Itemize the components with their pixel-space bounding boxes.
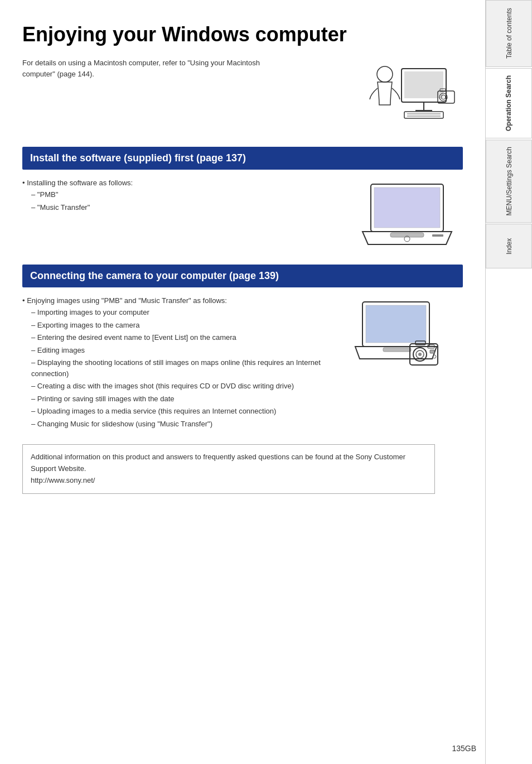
info-box-text: Additional information on this product a… xyxy=(31,453,405,484)
section2-sub-list: Importing images to your computer Export… xyxy=(22,307,340,429)
section1-sub-list: "PMB" "Music Transfer" xyxy=(22,189,340,213)
svg-rect-14 xyxy=(390,233,424,237)
section2-sub-item-3: Editing images xyxy=(31,345,340,356)
intro-section: For details on using a Macintosh compute… xyxy=(22,57,463,141)
section1-bullets: Installing the software as follows: "PMB… xyxy=(22,179,340,213)
laptop-camera-svg xyxy=(354,296,460,386)
laptop-illustration xyxy=(351,179,463,251)
person-computer-svg xyxy=(354,57,460,141)
section1-sub-item-0: "PMB" xyxy=(31,189,340,200)
laptop-camera-illustration xyxy=(351,296,463,386)
section2-sub-item-1: Exporting images to the camera xyxy=(31,320,340,331)
section1-header: Install the software (supplied) first (p… xyxy=(22,147,463,170)
svg-rect-26 xyxy=(430,350,434,353)
section2-sub-item-7: Uploading images to a media service (thi… xyxy=(31,406,340,417)
section2-header: Connecting the camera to your computer (… xyxy=(22,265,463,287)
section2-sub-item-2: Entering the desired event name to [Even… xyxy=(31,332,340,343)
section2-bullets: Enjoying images using "PMB" and "Music T… xyxy=(22,296,340,429)
sidebar-tab-operation-search[interactable]: Operation Search xyxy=(486,68,532,138)
page-title: Enjoying your Windows computer xyxy=(22,22,463,46)
section1-bullet-main: Installing the software as follows: xyxy=(22,179,340,187)
section1: Install the software (supplied) first (p… xyxy=(22,147,463,251)
svg-rect-18 xyxy=(366,305,426,343)
svg-rect-15 xyxy=(432,234,443,237)
section2-sub-item-4: Displaying the shooting locations of sti… xyxy=(31,357,340,379)
section1-sub-item-1: "Music Transfer" xyxy=(31,202,340,213)
info-box: Additional information on this product a… xyxy=(22,444,435,493)
section2-sub-item-6: Printing or saving still images with the… xyxy=(31,393,340,405)
svg-rect-4 xyxy=(404,112,443,118)
svg-point-7 xyxy=(377,66,393,82)
svg-rect-19 xyxy=(383,348,411,352)
section2-sub-item-5: Creating a disc with the images shot (th… xyxy=(31,381,340,392)
person-computer-illustration xyxy=(351,57,463,141)
section2-sub-item-8: Changing Music for slideshow (using "Mus… xyxy=(31,419,340,430)
page-number: 135GB xyxy=(452,744,476,753)
sidebar: Table of contents Operation Search MENU/… xyxy=(485,0,532,764)
laptop-svg xyxy=(360,179,454,251)
intro-text: For details on using a Macintosh compute… xyxy=(22,57,290,79)
section2: Connecting the camera to your computer (… xyxy=(22,265,463,431)
section2-bullet-main: Enjoying images using "PMB" and "Music T… xyxy=(22,296,340,305)
sidebar-tab-table-of-contents[interactable]: Table of contents xyxy=(486,0,532,67)
svg-rect-13 xyxy=(374,188,440,228)
svg-point-23 xyxy=(418,353,422,356)
section2-sub-item-0: Importing images to your computer xyxy=(31,307,340,318)
sidebar-tab-menu-settings-search[interactable]: MENU/Settings Search xyxy=(486,140,532,223)
sidebar-tab-index[interactable]: Index xyxy=(486,224,532,268)
